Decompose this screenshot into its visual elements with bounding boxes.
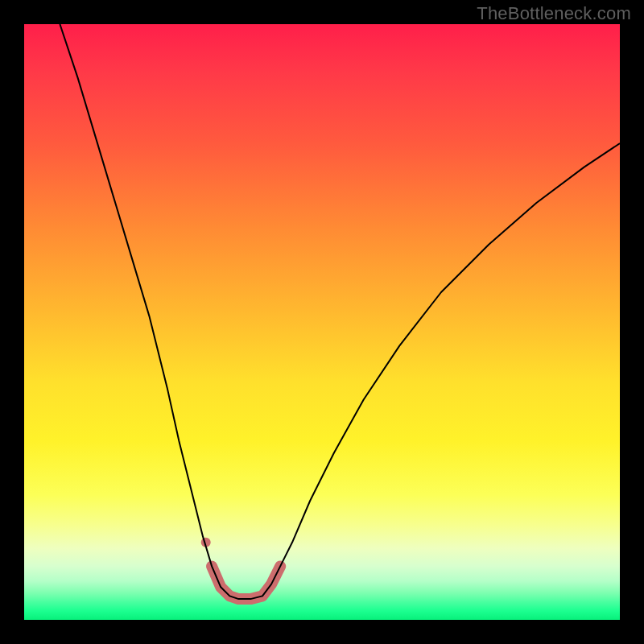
bottleneck-curve-path bbox=[60, 24, 620, 599]
watermark-text: TheBottleneck.com bbox=[477, 3, 631, 24]
highlight-base-path bbox=[212, 566, 280, 599]
plot-area bbox=[24, 24, 620, 620]
chart-frame: TheBottleneck.com bbox=[0, 0, 644, 644]
curve-svg bbox=[24, 24, 620, 620]
